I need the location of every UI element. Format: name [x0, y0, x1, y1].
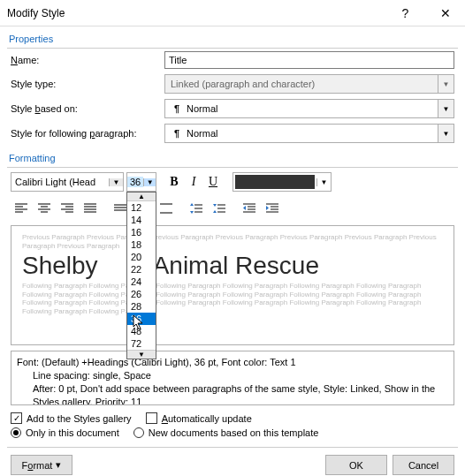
- cancel-button[interactable]: Cancel: [393, 455, 454, 475]
- scroll-up-icon[interactable]: ▲: [127, 193, 156, 201]
- chevron-down-icon[interactable]: ▼: [438, 125, 454, 142]
- size-option[interactable]: 20: [127, 251, 156, 263]
- ok-button[interactable]: OK: [325, 455, 387, 475]
- size-option[interactable]: 26: [127, 288, 156, 300]
- size-option[interactable]: 16: [127, 226, 156, 238]
- space-before-dec-button[interactable]: [209, 199, 230, 218]
- preview-sample-text: Shelbyld Animal Rescue: [22, 252, 443, 280]
- formatting-toolbar-2: [0, 196, 465, 223]
- preview-ghost-after: Following Paragraph Following Paragraph …: [22, 282, 443, 315]
- basedon-combo[interactable]: ¶Normal ▼: [164, 99, 454, 118]
- size-option[interactable]: 48: [127, 325, 156, 337]
- format-button[interactable]: Format▾: [11, 455, 72, 475]
- indent-inc-button[interactable]: [262, 199, 283, 218]
- font-combo[interactable]: Calibri Light (Head ▼: [11, 172, 124, 192]
- align-left-button[interactable]: [11, 199, 32, 218]
- underline-button[interactable]: U: [203, 172, 223, 192]
- new-docs-radio[interactable]: New documents based on this template: [133, 427, 319, 438]
- style-description: Font: (Default) +Headings (Calibri Light…: [11, 351, 454, 405]
- close-button[interactable]: ✕: [425, 0, 465, 26]
- name-label: Name:: [11, 55, 159, 65]
- space-before-inc-button[interactable]: [186, 199, 207, 218]
- chevron-down-icon: ▼: [438, 75, 454, 93]
- section-formatting: Formatting: [0, 146, 465, 167]
- options-area: ✓Add to the Styles gallery Automatically…: [0, 405, 465, 445]
- add-to-gallery-checkbox[interactable]: ✓Add to the Styles gallery: [11, 412, 132, 424]
- dialog-title: Modify Style: [7, 7, 65, 19]
- color-swatch: [235, 175, 315, 189]
- style-preview: Previous Paragraph Previous Paragraph Pr…: [11, 225, 454, 345]
- spacing-2-button[interactable]: [156, 199, 177, 218]
- titlebar: Modify Style ? ✕: [0, 0, 465, 26]
- size-option[interactable]: 28: [127, 300, 156, 313]
- size-option[interactable]: 72: [127, 337, 156, 350]
- size-option[interactable]: 18: [127, 238, 156, 251]
- fontcolor-combo[interactable]: ▼: [232, 172, 332, 192]
- fontsize-dropdown[interactable]: ▲ 12 14 16 18 20 22 24 26 28 36 48 72 ▼: [126, 192, 156, 359]
- align-right-button[interactable]: [57, 199, 78, 218]
- chevron-down-icon[interactable]: ▼: [316, 178, 331, 186]
- chevron-down-icon[interactable]: ▼: [143, 178, 156, 186]
- indent-dec-button[interactable]: [239, 199, 260, 218]
- following-combo[interactable]: ¶Normal ▼: [164, 124, 454, 143]
- section-properties: Properties: [0, 26, 465, 48]
- basedon-label: Style based on:: [11, 103, 159, 114]
- size-option[interactable]: 22: [127, 263, 156, 276]
- chevron-down-icon[interactable]: ▼: [438, 100, 454, 117]
- auto-update-checkbox[interactable]: Automatically update: [146, 412, 252, 424]
- formatting-toolbar-1: Calibri Light (Head ▼ 36 ▼ ▲ 12 14 16 18…: [0, 168, 465, 196]
- size-option[interactable]: 24: [127, 276, 156, 288]
- bold-button[interactable]: B: [164, 172, 184, 192]
- following-label: Style for following paragraph:: [11, 128, 159, 139]
- only-this-doc-radio[interactable]: Only in this document: [11, 427, 119, 438]
- align-justify-button[interactable]: [80, 199, 101, 218]
- chevron-down-icon[interactable]: ▼: [109, 178, 123, 186]
- styletype-combo: Linked (paragraph and character) ▼: [164, 74, 454, 94]
- preview-ghost-before: Previous Paragraph Previous Paragraph Pr…: [22, 233, 443, 250]
- size-option[interactable]: 12: [127, 201, 156, 214]
- italic-button[interactable]: I: [184, 172, 203, 192]
- fontsize-combo[interactable]: 36 ▼ ▲ 12 14 16 18 20 22 24 26 28 36 48 …: [126, 172, 156, 192]
- size-option[interactable]: 14: [127, 214, 156, 226]
- align-center-button[interactable]: [34, 199, 55, 218]
- button-row: Format▾ OK Cancel: [0, 448, 465, 476]
- scroll-down-icon[interactable]: ▼: [127, 350, 156, 359]
- name-input[interactable]: [164, 51, 454, 69]
- caret-down-icon: ▾: [56, 459, 61, 471]
- styletype-label: Style type:: [11, 79, 159, 89]
- help-button[interactable]: ?: [385, 0, 425, 26]
- size-option-selected[interactable]: 36: [127, 313, 156, 325]
